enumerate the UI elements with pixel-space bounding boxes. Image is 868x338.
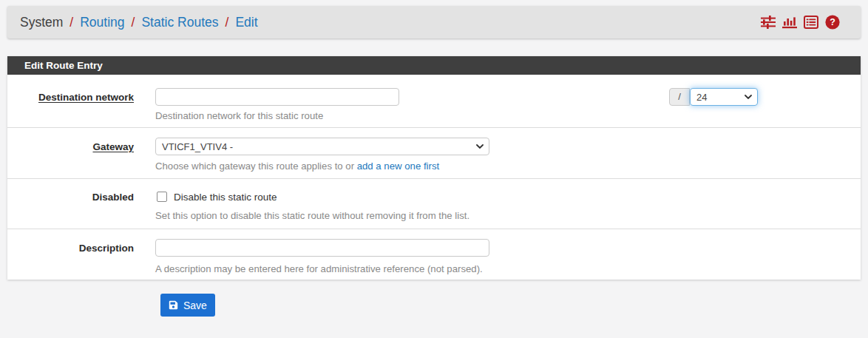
add-gateway-link[interactable]: add a new one first — [357, 160, 439, 172]
description-help: A description may be entered here for ad… — [155, 263, 483, 274]
mask-select-wrap: 24 — [690, 88, 758, 106]
gateway-row: Gateway VTICF1_VTIV4 - Choose which gate… — [7, 128, 861, 179]
svg-text:?: ? — [830, 17, 835, 27]
destination-network-row: Destination network / 24 Destination net… — [7, 75, 861, 128]
description-row: Description A description may be entered… — [7, 229, 861, 280]
mask-select[interactable]: 24 — [690, 88, 758, 106]
breadcrumb: System / Routing / Static Routes / Edit — [20, 15, 258, 30]
description-label: Description — [7, 243, 134, 254]
disabled-help: Set this option to disable this static r… — [155, 210, 469, 221]
save-button-label: Save — [183, 300, 207, 311]
breadcrumb-separator: / — [132, 15, 135, 30]
chart-bar-icon[interactable] — [782, 15, 797, 30]
gateway-select-wrap: VTICF1_VTIV4 - — [155, 138, 489, 155]
gateway-help: Choose which gateway this route applies … — [155, 160, 439, 172]
save-button[interactable]: Save — [160, 294, 215, 317]
save-icon — [169, 300, 178, 310]
breadcrumb-link-edit[interactable]: Edit — [235, 15, 257, 30]
gateway-select[interactable]: VTICF1_VTIV4 - — [155, 138, 489, 155]
description-input[interactable] — [155, 239, 489, 257]
destination-network-help: Destination network for this static rout… — [155, 110, 323, 121]
gateway-help-text: Choose which gateway this route applies … — [155, 160, 357, 172]
disable-route-checkbox[interactable] — [157, 192, 167, 202]
breadcrumb-separator: / — [226, 15, 229, 30]
disable-route-checkbox-label: Disable this static route — [174, 192, 277, 203]
disabled-label: Disabled — [7, 192, 134, 203]
header-icon-group: ? — [761, 15, 840, 30]
edit-route-entry-panel: Edit Route Entry Destination network / 2… — [7, 56, 861, 280]
destination-network-input[interactable] — [155, 88, 399, 106]
breadcrumb-system: System — [20, 15, 63, 30]
list-alt-icon[interactable] — [804, 15, 818, 30]
panel-body: Destination network / 24 Destination net… — [7, 75, 861, 280]
breadcrumb-link-routing[interactable]: Routing — [80, 15, 124, 30]
panel-title: Edit Route Entry — [7, 56, 861, 75]
breadcrumb-link-static-routes[interactable]: Static Routes — [141, 15, 218, 30]
mask-separator: / — [669, 88, 690, 106]
gateway-label: Gateway — [7, 141, 134, 152]
breadcrumb-bar: System / Routing / Static Routes / Edit — [7, 6, 861, 38]
destination-network-label: Destination network — [7, 92, 134, 103]
breadcrumb-separator: / — [69, 15, 73, 30]
disabled-row: Disabled Disable this static route Set t… — [7, 179, 861, 229]
sliders-icon[interactable] — [761, 15, 776, 30]
help-circle-icon[interactable]: ? — [825, 15, 840, 30]
